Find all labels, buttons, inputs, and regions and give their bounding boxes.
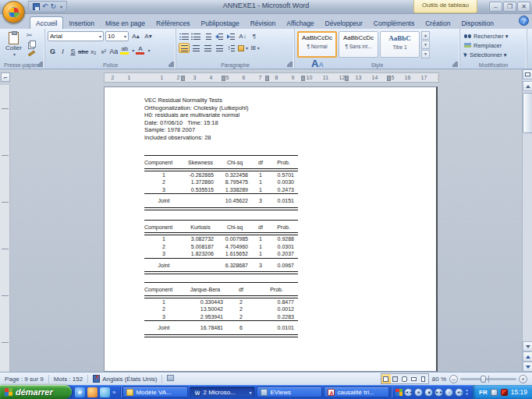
play-icon[interactable]: ► — [414, 388, 423, 397]
font-color-button[interactable]: A — [134, 45, 146, 55]
tab-disposition[interactable]: Disposition — [456, 17, 499, 29]
restore-button[interactable]: ❐ — [503, 2, 516, 12]
previous-track-icon[interactable]: ◄◄ — [404, 388, 413, 397]
taskbar-button-pdf[interactable]: Acausalité tri... — [324, 387, 389, 397]
font-size-select[interactable]: 10 ▾ — [105, 31, 129, 41]
taskbar-button-folder[interactable]: Modèle VA... — [122, 387, 188, 397]
find-button[interactable]: Rechercher ▾ — [463, 31, 524, 41]
ruler-toggle-button[interactable] — [523, 69, 532, 79]
chevron-down-icon[interactable]: ▾ — [147, 48, 150, 53]
outline-view-icon[interactable] — [410, 374, 419, 383]
table-column-marker[interactable] — [387, 76, 391, 81]
gallery-more-icon[interactable]: ▼ — [421, 50, 430, 58]
minimize-button[interactable]: – — [489, 2, 502, 12]
strikethrough-button[interactable]: abe — [78, 47, 88, 57]
taskbar-button-word[interactable]: W2 Microso...▾ — [190, 387, 255, 397]
horizontal-ruler[interactable]: 21123456789101112131415161718 — [104, 72, 439, 83]
zoom-in-button[interactable]: + — [519, 375, 527, 383]
shrink-font-button[interactable]: A▾ — [143, 31, 154, 41]
multilevel-list-button[interactable] — [202, 31, 213, 41]
dialog-launcher-icon[interactable] — [452, 62, 458, 67]
underline-button[interactable]: S — [68, 47, 78, 57]
borders-button[interactable]: ⊞▾ — [250, 43, 261, 53]
close-button[interactable]: ✕ — [517, 2, 530, 12]
tab-compl-ments[interactable]: Compléments — [368, 17, 420, 29]
style-card-titre-1[interactable]: AaBbCTitre 1 — [380, 31, 420, 58]
tab-d-veloppeur[interactable]: Développeur — [320, 17, 368, 29]
cut-icon[interactable]: ✂ — [27, 31, 37, 39]
toolbar-expand-icons[interactable]: ▲▼ — [465, 389, 468, 396]
subscript-button[interactable]: x₂ — [88, 47, 98, 57]
zoom-out-button[interactable]: – — [449, 375, 458, 383]
previous-page-button[interactable] — [523, 351, 532, 362]
tab-mise-en-page[interactable]: Mise en page — [100, 17, 151, 29]
tab-accueil[interactable]: Accueil — [30, 16, 63, 29]
tab-cr-ation[interactable]: Création — [420, 17, 456, 29]
dialog-launcher-icon[interactable] — [37, 62, 43, 67]
media-player-icon[interactable] — [87, 387, 98, 397]
copy-icon[interactable] — [30, 41, 36, 48]
language-indicator[interactable]: Anglais (États Unis) — [88, 375, 161, 383]
next-track-icon[interactable]: ►► — [434, 388, 443, 397]
justify-button[interactable] — [214, 43, 225, 53]
dialog-launcher-icon[interactable] — [168, 62, 174, 67]
gallery-up-icon[interactable]: ▲ — [421, 31, 430, 40]
dialog-launcher-icon[interactable] — [287, 62, 293, 67]
stop-icon[interactable]: ■ — [424, 388, 433, 397]
bold-button[interactable]: G — [48, 47, 58, 57]
superscript-button[interactable]: x² — [98, 47, 108, 57]
tab-r-f-rences[interactable]: Références — [151, 17, 195, 29]
help-button[interactable]: ? — [519, 16, 529, 26]
table-column-marker[interactable] — [345, 76, 349, 81]
highlight-button[interactable]: ab — [119, 45, 130, 55]
table-column-marker[interactable] — [301, 76, 305, 81]
line-spacing-button[interactable]: ↕ — [225, 43, 236, 53]
scrollbar-thumb[interactable] — [523, 93, 532, 133]
macro-recorder-icon[interactable] — [162, 375, 179, 383]
bullets-button[interactable] — [179, 31, 190, 41]
paste-dropdown-icon[interactable]: ▾ — [13, 51, 16, 57]
pilcrow-button[interactable]: ¶ — [249, 31, 260, 41]
paste-button[interactable]: Coller ▾ — [2, 31, 25, 59]
scroll-up-icon[interactable] — [523, 81, 532, 91]
volume-tray-icon[interactable] — [491, 389, 498, 396]
office-button[interactable] — [2, 1, 25, 23]
next-page-button[interactable] — [523, 362, 532, 372]
style-card--normal[interactable]: AaBbCcDc¶ Normal — [297, 31, 337, 58]
replace-button[interactable]: Remplacer — [463, 41, 524, 50]
vertical-scrollbar[interactable] — [522, 69, 532, 372]
draft-view-icon[interactable] — [419, 374, 428, 383]
numbering-button[interactable] — [190, 31, 201, 41]
page-indicator[interactable]: Page : 9 sur 9 — [0, 376, 48, 383]
grow-font-button[interactable]: A▴ — [130, 31, 141, 41]
vertical-ruler[interactable] — [0, 85, 10, 372]
volume-icon[interactable]: ◄» — [455, 388, 463, 397]
start-button[interactable]: démarrer — [0, 385, 72, 399]
tab-selector-button[interactable]: ⌐ — [1, 72, 10, 82]
zoom-track[interactable] — [460, 378, 516, 380]
italic-button[interactable]: I — [58, 47, 68, 57]
style-card--sans-int-[interactable]: AaBbCcDc¶ Sans int... — [339, 31, 378, 58]
messenger-icon[interactable] — [100, 387, 110, 397]
select-button[interactable]: Sélectionner ▾ — [463, 50, 524, 59]
antivirus-tray-icon[interactable] — [501, 389, 508, 396]
align-center-button[interactable] — [190, 43, 201, 53]
decrease-indent-button[interactable] — [214, 31, 225, 41]
format-painter-icon[interactable] — [28, 51, 35, 57]
quick-launch-more-icon[interactable]: » — [112, 389, 115, 396]
zoom-thumb[interactable] — [481, 376, 486, 383]
mute-icon[interactable]: ♪ — [445, 388, 453, 397]
font-family-select[interactable]: Arial ▾ — [48, 31, 104, 41]
table-column-marker[interactable] — [265, 76, 269, 81]
print-layout-view-icon[interactable] — [381, 374, 391, 383]
sort-button[interactable]: A↓ — [237, 31, 248, 41]
language-bar[interactable]: FR — [479, 389, 488, 396]
tab-affichage[interactable]: Affichage — [281, 17, 319, 29]
gallery-down-icon[interactable]: ▼ — [421, 41, 430, 49]
table-column-marker[interactable] — [222, 76, 225, 81]
document-page[interactable]: VEC Residual Normality TestsOrthogonaliz… — [104, 87, 438, 372]
align-right-button[interactable] — [202, 43, 213, 53]
word-count[interactable]: Mots : 152 — [49, 376, 87, 383]
tab-insertion[interactable]: Insertion — [63, 17, 100, 29]
fullscreen-view-icon[interactable] — [391, 374, 400, 383]
